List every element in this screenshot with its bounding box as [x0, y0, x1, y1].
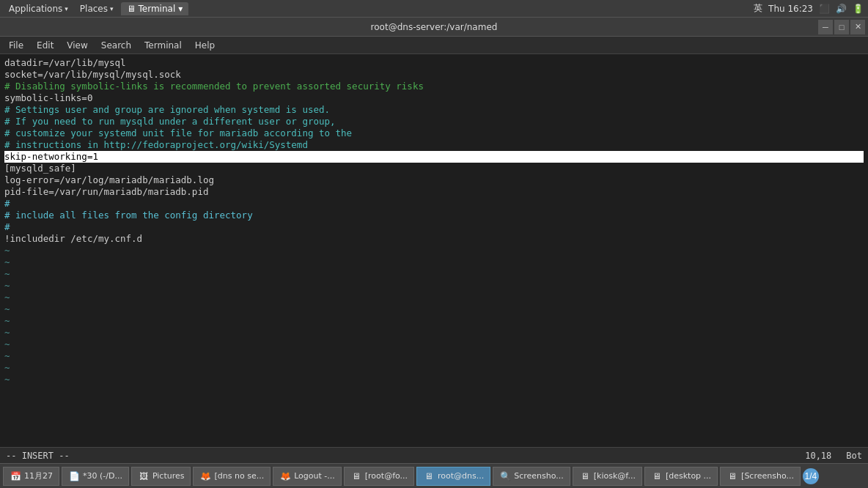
taskbar-icon-4: 🦊 — [279, 470, 291, 482]
term-line-0: datadir=/var/lib/mysql — [4, 57, 864, 69]
clock: Thu 16:23 — [768, 4, 813, 14]
screen-icon: ⬛ — [819, 4, 830, 14]
taskbar-label-9: [desktop ... — [666, 471, 711, 481]
term-line-29: ~ — [4, 374, 864, 385]
workspace-pager[interactable]: 1/4 — [803, 468, 819, 484]
battery-icon: 🔋 — [853, 4, 864, 14]
term-line-22: ~ — [4, 292, 864, 303]
term-line-27: ~ — [4, 350, 864, 362]
term-line-7: # instructions in http://fedoraproject.o… — [4, 139, 864, 151]
taskbar-icon-3: 🦊 — [199, 470, 211, 482]
taskbar-item-3[interactable]: 🦊[dns no se... — [193, 467, 271, 486]
terminal-icon: 🖥 — [127, 4, 136, 14]
vim-scroll: Bot — [846, 451, 862, 461]
taskbar-item-9[interactable]: 🖥[desktop ... — [644, 467, 718, 486]
term-line-15: # — [4, 221, 864, 233]
term-line-18: ~ — [4, 245, 864, 256]
term-line-5: # If you need to run mysqld under a diff… — [4, 116, 864, 127]
term-line-25: ~ — [4, 327, 864, 339]
taskbar-icon-9: 🖥 — [651, 470, 663, 482]
term-line-10: log-error=/var/log/mariadb/mariadb.log — [4, 174, 864, 186]
close-button[interactable]: ✕ — [850, 20, 865, 34]
term-line-24: ~ — [4, 315, 864, 327]
taskbar-icon-10: 🖥 — [727, 470, 738, 482]
menu-edit[interactable]: Edit — [31, 39, 59, 52]
taskbar-item-6[interactable]: 🖥root@dns... — [416, 467, 490, 486]
taskbar-item-8[interactable]: 🖥[kiosk@f... — [573, 467, 642, 486]
taskbar-icon-1: 📄 — [68, 470, 80, 482]
term-line-8: skip-networking=1 — [4, 151, 864, 163]
volume-icon: 🔊 — [836, 4, 847, 14]
vim-mode: -- INSERT -- — [6, 451, 805, 461]
window-titlebar: root@dns-server:/var/named ─ □ ✕ — [0, 18, 868, 37]
term-line-9: [mysqld_safe] — [4, 163, 864, 174]
language-indicator: 英 — [754, 2, 762, 15]
applications-caret: ▾ — [65, 5, 68, 12]
menu-terminal[interactable]: Terminal — [139, 39, 188, 52]
term-line-1: socket=/var/lib/mysql/mysql.sock — [4, 69, 864, 81]
taskbar-label-6: root@dns... — [438, 471, 484, 481]
taskbar-item-5[interactable]: 🖥[root@fo... — [344, 467, 414, 486]
app-menubar: File Edit View Search Terminal Help — [0, 37, 868, 54]
terminal-tab-label: Terminal — [139, 4, 176, 14]
taskbar-label-7: Screensho... — [514, 471, 564, 481]
term-line-21: ~ — [4, 280, 864, 292]
term-line-11: pid-file=/var/run/mariadb/mariadb.pid — [4, 186, 864, 198]
term-line-2: # Disabling symbolic-links is recommende… — [4, 81, 864, 92]
taskbar-item-1[interactable]: 📄*30 (-/D... — [62, 467, 129, 486]
term-line-28: ~ — [4, 362, 864, 374]
maximize-button[interactable]: □ — [834, 20, 849, 34]
menu-view[interactable]: View — [61, 39, 93, 52]
vim-status-bar: -- INSERT -- 10,18 Bot — [0, 447, 868, 463]
taskbar-icon-6: 🖥 — [423, 470, 435, 482]
places-menu[interactable]: Places ▾ — [76, 2, 118, 15]
terminal-content[interactable]: datadir=/var/lib/mysqlsocket=/var/lib/my… — [0, 54, 868, 447]
term-line-6: # customize your systemd unit file for m… — [4, 127, 864, 139]
term-line-13: # — [4, 198, 864, 210]
taskbar-icon-7: 🔍 — [499, 470, 511, 482]
term-line-14: # include all files from the config dire… — [4, 210, 864, 221]
terminal-tab[interactable]: 🖥 Terminal ▾ — [121, 2, 189, 15]
taskbar-label-10: [Screensho... — [741, 471, 794, 481]
taskbar-icon-5: 🖥 — [350, 470, 362, 482]
taskbar-item-2[interactable]: 🖼Pictures — [131, 467, 191, 486]
top-bar-right: 英 Thu 16:23 ⬛ 🔊 🔋 — [754, 2, 864, 15]
taskbar-label-5: [root@fo... — [365, 471, 408, 481]
window-controls: ─ □ ✕ — [818, 20, 865, 34]
top-panel: Applications ▾ Places ▾ 🖥 Terminal ▾ 英 T… — [0, 0, 868, 18]
applications-menu[interactable]: Applications ▾ — [4, 2, 73, 15]
taskbar-icon-2: 🖼 — [138, 470, 150, 482]
taskbar-label-1: *30 (-/D... — [83, 471, 122, 481]
term-line-4: # Settings user and group are ignored wh… — [4, 104, 864, 116]
taskbar-item-10[interactable]: 🖥[Screensho... — [720, 467, 801, 486]
minimize-button[interactable]: ─ — [818, 20, 833, 34]
term-line-19: ~ — [4, 256, 864, 268]
taskbar-label-3: [dns no se... — [214, 471, 264, 481]
taskbar-item-0[interactable]: 📅11月27 — [3, 467, 59, 486]
vim-position: 10,18 — [805, 451, 831, 461]
term-line-23: ~ — [4, 303, 864, 315]
applications-label: Applications — [9, 4, 62, 14]
term-line-20: ~ — [4, 268, 864, 280]
taskbar-icon-0: 📅 — [10, 470, 21, 482]
taskbar-label-4: Logout -... — [294, 471, 335, 481]
window-title: root@dns-server:/var/named — [371, 22, 498, 32]
menu-search[interactable]: Search — [95, 39, 137, 52]
taskbar-item-4[interactable]: 🦊Logout -... — [273, 467, 342, 486]
taskbar-label-0: 11月27 — [24, 470, 53, 481]
terminal-window: root@dns-server:/var/named ─ □ ✕ File Ed… — [0, 18, 868, 463]
taskbar-label-2: Pictures — [152, 471, 185, 481]
term-line-3: symbolic-links=0 — [4, 92, 864, 104]
vim-position-info: 10,18 Bot — [805, 451, 862, 461]
taskbar-label-8: [kiosk@f... — [594, 471, 636, 481]
taskbar-item-7[interactable]: 🔍Screensho... — [493, 467, 570, 486]
taskbar: 📅11月27📄*30 (-/D...🖼Pictures🦊[dns no se..… — [0, 463, 868, 488]
menu-help[interactable]: Help — [189, 39, 221, 52]
places-caret: ▾ — [110, 5, 114, 12]
taskbar-icon-8: 🖥 — [579, 470, 591, 482]
menu-file[interactable]: File — [3, 39, 29, 52]
term-line-16: !includedir /etc/my.cnf.d — [4, 233, 864, 245]
terminal-tab-caret: ▾ — [178, 4, 183, 14]
places-label: Places — [80, 4, 108, 14]
term-line-26: ~ — [4, 339, 864, 350]
